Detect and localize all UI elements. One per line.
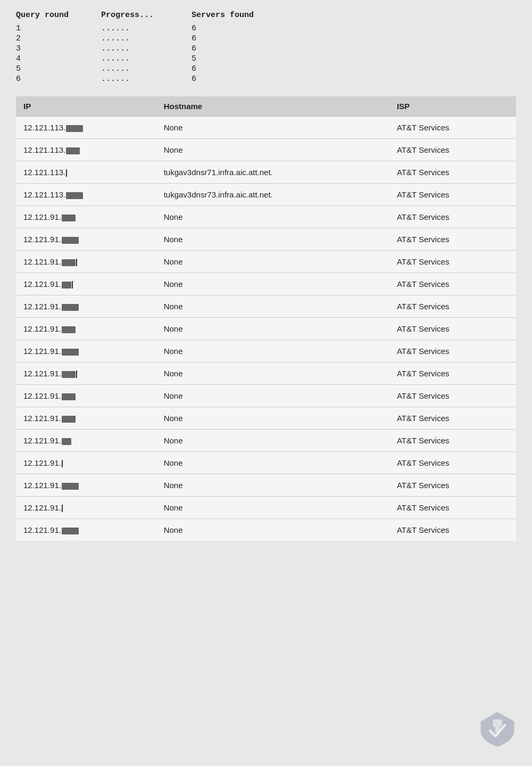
table-cell-isp: AT&T Services — [389, 228, 516, 251]
table-row: 12.121.113.NoneAT&T Services — [16, 117, 516, 139]
table-cell-isp: AT&T Services — [389, 295, 516, 318]
ip-redacted — [62, 528, 79, 534]
results-table: IP Hostname ISP 12.121.113.NoneAT&T Serv… — [16, 96, 516, 541]
table-cell-ip: 12.121.91. — [16, 497, 156, 519]
ip-redacted — [62, 215, 76, 221]
query-progress-dots: ...... — [101, 24, 192, 33]
query-rows: 1......62......63......64......55......6… — [16, 24, 516, 84]
ip-base: 12.121.91. — [23, 525, 61, 534]
table-row: 12.121.91.NoneAT&T Services — [16, 228, 516, 251]
col-header-progress: Progress... — [101, 11, 192, 20]
ip-redacted — [62, 483, 79, 490]
ip-base: 12.121.113. — [23, 168, 65, 177]
query-data-row: 3......6 — [16, 44, 516, 53]
table-cell-hostname: None — [156, 497, 389, 519]
ip-base: 12.121.91. — [23, 257, 61, 266]
table-cell-hostname: None — [156, 452, 389, 474]
col-header-round: Query round — [16, 11, 101, 20]
table-cell-hostname: None — [156, 206, 389, 228]
ip-base: 12.121.113. — [23, 190, 65, 199]
ip-cursor — [76, 370, 77, 378]
ip-base: 12.121.91. — [23, 503, 61, 512]
ip-redacted — [66, 147, 80, 154]
table-cell-ip: 12.121.91. — [16, 273, 156, 295]
ip-base: 12.121.91. — [23, 235, 61, 244]
ip-base: 12.121.91. — [23, 212, 61, 221]
table-row: 12.121.91.NoneAT&T Services — [16, 474, 516, 497]
table-cell-hostname: None — [156, 430, 389, 452]
query-round-num: 5 — [16, 64, 101, 73]
table-cell-isp: AT&T Services — [389, 206, 516, 228]
table-cell-ip: 12.121.113. — [16, 161, 156, 184]
table-row: 12.121.91.NoneAT&T Services — [16, 519, 516, 541]
ip-redacted — [62, 282, 71, 289]
ip-redacted — [62, 438, 71, 445]
query-data-row: 4......5 — [16, 54, 516, 63]
query-round-num: 2 — [16, 34, 101, 43]
table-row: 12.121.113.NoneAT&T Services — [16, 139, 516, 161]
ip-redacted — [62, 304, 79, 311]
table-cell-ip: 12.121.91. — [16, 430, 156, 452]
table-cell-hostname: None — [156, 407, 389, 430]
table-header-row: IP Hostname ISP — [16, 96, 516, 117]
ip-redacted — [62, 259, 76, 266]
ip-base: 12.121.91. — [23, 391, 61, 400]
ip-cursor — [76, 259, 77, 266]
table-cell-isp: AT&T Services — [389, 139, 516, 161]
table-cell-ip: 12.121.91. — [16, 385, 156, 407]
table-cell-hostname: None — [156, 228, 389, 251]
ip-base: 12.121.113. — [23, 123, 65, 132]
table-cell-isp: AT&T Services — [389, 318, 516, 340]
ip-cursor — [62, 460, 63, 467]
table-row: 12.121.113.tukgav3dnsr73.infra.aic.att.n… — [16, 184, 516, 206]
table-cell-hostname: None — [156, 519, 389, 541]
ip-base: 12.121.91. — [23, 436, 61, 445]
query-round-num: 6 — [16, 75, 101, 84]
table-cell-ip: 12.121.91. — [16, 318, 156, 340]
query-progress-dots: ...... — [101, 75, 192, 84]
query-found-count: 6 — [192, 34, 277, 43]
query-found-count: 6 — [192, 64, 277, 73]
table-cell-isp: AT&T Services — [389, 363, 516, 385]
ip-redacted — [62, 349, 79, 356]
col-header-isp: ISP — [389, 96, 516, 117]
table-cell-hostname: None — [156, 385, 389, 407]
table-row: 12.121.91.NoneAT&T Services — [16, 407, 516, 430]
query-round-num: 4 — [16, 54, 101, 63]
table-cell-isp: AT&T Services — [389, 340, 516, 363]
table-row: 12.121.91.NoneAT&T Services — [16, 385, 516, 407]
table-cell-ip: 12.121.91. — [16, 295, 156, 318]
col-header-ip: IP — [16, 96, 156, 117]
table-cell-ip: 12.121.91. — [16, 206, 156, 228]
table-cell-ip: 12.121.91. — [16, 452, 156, 474]
table-cell-ip: 12.121.91. — [16, 407, 156, 430]
ip-cursor — [72, 281, 73, 289]
table-cell-hostname: None — [156, 273, 389, 295]
table-header: IP Hostname ISP — [16, 96, 516, 117]
table-cell-isp: AT&T Services — [389, 385, 516, 407]
table-cell-isp: AT&T Services — [389, 273, 516, 295]
query-progress-dots: ...... — [101, 54, 192, 63]
table-cell-isp: AT&T Services — [389, 161, 516, 184]
query-found-count: 6 — [192, 24, 277, 33]
table-cell-isp: AT&T Services — [389, 519, 516, 541]
table-cell-hostname: None — [156, 295, 389, 318]
table-cell-ip: 12.121.91. — [16, 251, 156, 273]
col-header-found: Servers found — [192, 11, 277, 20]
table-cell-ip: 12.121.113. — [16, 139, 156, 161]
table-row: 12.121.91.NoneAT&T Services — [16, 340, 516, 363]
query-found-count: 6 — [192, 75, 277, 84]
table-cell-hostname: None — [156, 251, 389, 273]
query-found-count: 5 — [192, 54, 277, 63]
query-progress-dots: ...... — [101, 44, 192, 53]
ip-base: 12.121.91. — [23, 347, 61, 356]
table-cell-hostname: tukgav3dnsr71.infra.aic.att.net. — [156, 161, 389, 184]
table-row: 12.121.91.NoneAT&T Services — [16, 363, 516, 385]
ip-cursor — [66, 169, 67, 177]
query-progress-dots: ...... — [101, 34, 192, 43]
table-cell-hostname: None — [156, 363, 389, 385]
table-cell-ip: 12.121.91. — [16, 340, 156, 363]
table-cell-hostname: None — [156, 318, 389, 340]
ip-redacted — [66, 125, 83, 132]
table-cell-hostname: None — [156, 340, 389, 363]
